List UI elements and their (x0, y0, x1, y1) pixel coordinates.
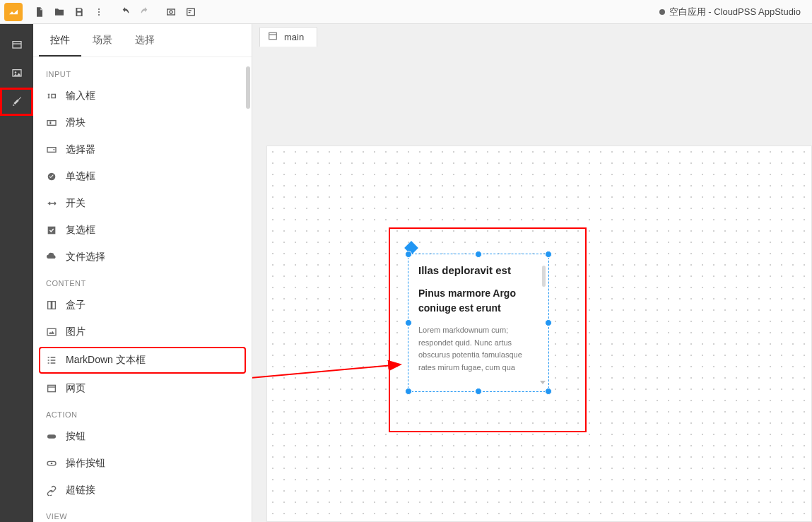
comp-fileselect[interactable]: 文件选择 (33, 244, 252, 271)
tab-select[interactable]: 选择 (124, 24, 166, 57)
section-action: ACTION (33, 402, 252, 423)
markdown-h1: Illas deploravit est (418, 264, 539, 276)
comp-checkbox[interactable]: 复选框 (33, 217, 252, 244)
panel-scrollbar[interactable] (246, 66, 250, 109)
sidebar-assets[interactable] (0, 59, 33, 88)
web-icon (46, 383, 57, 394)
resize-handle-sw[interactable] (405, 388, 412, 395)
save-button[interactable] (69, 2, 89, 22)
svg-rect-5 (187, 8, 195, 15)
button-icon (46, 431, 57, 442)
radio-icon (46, 171, 57, 182)
tab-widgets[interactable]: 控件 (39, 24, 81, 57)
unsaved-dot-icon (659, 9, 665, 15)
comp-image[interactable]: 图片 (33, 319, 252, 345)
svg-rect-3 (167, 9, 175, 15)
svg-point-20 (51, 463, 53, 465)
comp-button[interactable]: 按钮 (33, 423, 252, 450)
toolbar: 空白应用 - CloudPSS AppStudio (0, 0, 812, 24)
sidebar-tools[interactable] (0, 88, 33, 116)
comp-switch[interactable]: 开关 (33, 190, 252, 217)
widget-scroll-down-icon[interactable] (540, 381, 546, 384)
comp-link[interactable]: 超链接 (33, 477, 252, 504)
resize-handle-e[interactable] (545, 319, 552, 326)
resize-handle-n[interactable] (475, 251, 482, 258)
svg-rect-14 (48, 302, 52, 309)
svg-rect-18 (47, 434, 56, 438)
link-icon (46, 485, 57, 496)
switch-icon (46, 198, 57, 209)
markdown-body: Lorem markdownum cum; respondet quid. Nu… (418, 324, 539, 374)
textfield-icon (46, 90, 57, 102)
widget-scrollbar[interactable] (542, 266, 546, 287)
resize-handle-se[interactable] (545, 388, 552, 395)
markdown-widget[interactable]: Illas deploravit est Pinus marmore Argo … (408, 254, 549, 392)
svg-rect-6 (13, 42, 21, 48)
title-text: 空白应用 - CloudPSS AppStudio (669, 6, 801, 18)
svg-point-2 (98, 14, 100, 16)
resize-handle-s[interactable] (475, 388, 482, 395)
section-view: VIEW (33, 504, 252, 522)
canvas-tab-main[interactable]: main (259, 27, 317, 47)
form-button[interactable] (181, 2, 201, 22)
undo-button[interactable] (115, 2, 135, 22)
resize-handle-ne[interactable] (545, 251, 552, 258)
svg-rect-13 (48, 227, 56, 235)
app-title: 空白应用 - CloudPSS AppStudio (659, 6, 808, 18)
panel-tabs: 控件 场景 选择 (33, 24, 252, 57)
comp-opbutton[interactable]: 操作按钮 (33, 450, 252, 477)
more-button[interactable] (89, 2, 109, 22)
sidebar-dashboard[interactable] (0, 31, 33, 59)
app-logo (4, 3, 23, 21)
slider-icon (46, 117, 57, 129)
section-content: CONTENT (33, 271, 252, 292)
svg-rect-21 (269, 32, 277, 39)
svg-point-1 (98, 11, 100, 13)
comp-radio[interactable]: 单选框 (33, 163, 252, 190)
svg-rect-9 (47, 121, 56, 126)
svg-rect-17 (48, 385, 56, 391)
section-input: INPUT (33, 61, 252, 83)
svg-rect-16 (47, 328, 56, 335)
comp-slider[interactable]: 滑块 (33, 109, 252, 136)
comp-markdown[interactable]: MarkDown 文本框 (39, 347, 246, 374)
markdown-h2: Pinus marmore Argo coniuge est erunt (418, 286, 539, 316)
comp-box[interactable]: 盒子 (33, 292, 252, 319)
tab-scenes[interactable]: 场景 (81, 24, 124, 57)
fileselect-icon (46, 251, 57, 263)
resize-handle-w[interactable] (405, 319, 412, 326)
tab-icon (267, 30, 278, 44)
select-icon (46, 144, 57, 155)
left-sidebar (0, 24, 33, 522)
svg-point-4 (170, 11, 172, 13)
checkbox-icon (46, 225, 57, 236)
markdown-icon (46, 355, 57, 366)
canvas-area: main (252, 24, 812, 522)
new-file-button[interactable] (30, 2, 49, 22)
screenshot-button[interactable] (161, 2, 181, 22)
image-icon (46, 326, 57, 338)
comp-web[interactable]: 网页 (33, 375, 252, 402)
open-file-button[interactable] (49, 2, 69, 22)
redo-button[interactable] (135, 2, 155, 22)
svg-rect-10 (49, 121, 51, 124)
comp-select[interactable]: 选择器 (33, 136, 252, 163)
components-panel: 控件 场景 选择 INPUT 输入框 滑块 选择器 单选框 开关 复选框 文件选… (33, 24, 252, 522)
comp-input[interactable]: 输入框 (33, 83, 252, 109)
svg-point-0 (98, 8, 100, 10)
box-icon (46, 299, 57, 311)
resize-handle-nw[interactable] (405, 251, 412, 258)
opbutton-icon (46, 458, 57, 469)
markdown-content: Illas deploravit est Pinus marmore Argo … (408, 254, 548, 391)
svg-rect-15 (52, 302, 56, 309)
svg-point-8 (14, 71, 16, 73)
